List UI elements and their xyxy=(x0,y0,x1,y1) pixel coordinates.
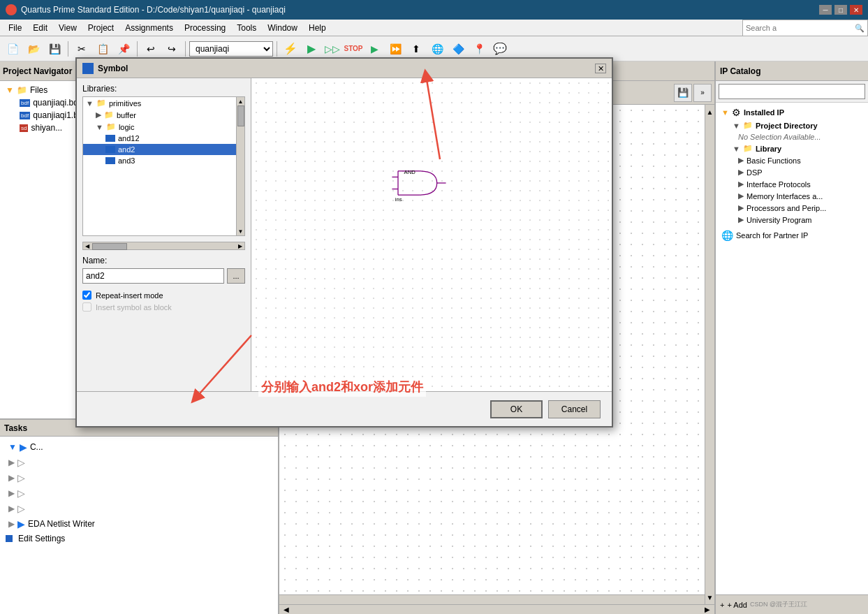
undo-button[interactable]: ↩ xyxy=(141,39,161,59)
symbol-dialog: Symbol ✕ Libraries: ▼ 📁 primitives ▶ xyxy=(75,57,613,427)
lib-and12[interactable]: and12 xyxy=(83,133,236,144)
minimize-button[interactable]: ─ xyxy=(819,5,832,15)
maximize-button[interactable]: □ xyxy=(834,5,847,15)
ip-processors-label: Processors and Perip... xyxy=(746,204,826,212)
ip-memory[interactable]: ▶ Memory Interfaces a... xyxy=(735,190,865,202)
and2-gate-svg: AND ins xyxy=(391,162,447,204)
scroll-up-button[interactable]: ▲ xyxy=(705,105,714,119)
toolbar-separator-1 xyxy=(68,41,68,57)
lib-and3[interactable]: and3 xyxy=(83,155,236,166)
ip-basic[interactable]: ▶ Basic Functions xyxy=(735,154,865,166)
rtl-button[interactable]: 🔷 xyxy=(448,39,468,59)
lib-scroll-thumb[interactable] xyxy=(237,105,244,126)
global-bottom-scroll[interactable]: ◀ ▶ xyxy=(279,604,714,614)
ip-project-dir[interactable]: ▼ 📁 Project Directory xyxy=(730,119,865,131)
cancel-button[interactable]: Cancel xyxy=(548,400,601,418)
project-dropdown[interactable]: quanjiaqi xyxy=(189,41,273,57)
ip-expand-university: ▶ xyxy=(738,215,744,224)
lib-horiz-scroll[interactable]: ◀ ▶ xyxy=(82,242,245,250)
menu-processing[interactable]: Processing xyxy=(179,22,231,34)
copy-button[interactable]: 📋 xyxy=(93,39,112,59)
lib-logic[interactable]: ▼ 📁 logic xyxy=(83,121,236,133)
scroll-left-button[interactable]: ◀ xyxy=(279,605,293,614)
dialog-icon xyxy=(82,63,94,74)
task-edit-settings[interactable]: Edit Settings xyxy=(3,532,275,546)
ip-installed[interactable]: ▼ ⚙ Installed IP xyxy=(719,105,865,119)
lib-scroll-left[interactable]: ◀ xyxy=(83,242,91,249)
ip-dsp[interactable]: ▶ DSP xyxy=(735,166,865,178)
scroll-right-button[interactable]: ▶ xyxy=(700,605,714,614)
info-button[interactable]: 💬 xyxy=(490,39,510,59)
ip-expand-project: ▼ xyxy=(733,122,740,130)
dialog-body: Libraries: ▼ 📁 primitives ▶ 📁 buffer xyxy=(77,78,612,391)
dialog-close-button[interactable]: ✕ xyxy=(595,64,606,73)
task-item-3[interactable]: ▶ ▷ xyxy=(3,470,275,485)
open-button[interactable]: 📂 xyxy=(24,39,43,59)
dialog-title-bar: Symbol ✕ xyxy=(77,59,612,78)
lib-horiz-thumb[interactable] xyxy=(92,243,127,250)
cut-button[interactable]: ✂ xyxy=(72,39,91,59)
menu-window[interactable]: Window xyxy=(262,22,303,34)
close-button[interactable]: ✕ xyxy=(850,5,862,15)
ip-interface[interactable]: ▶ Interface Protocols xyxy=(735,178,865,190)
horizontal-scrollbar[interactable] xyxy=(279,594,705,604)
lib-folder-logic: 📁 xyxy=(106,122,116,131)
top-search-input[interactable] xyxy=(746,24,855,32)
task-item-1[interactable]: ▼ ▶ C... xyxy=(3,439,275,455)
menu-project[interactable]: Project xyxy=(82,22,119,34)
stop-button[interactable]: STOP xyxy=(344,39,363,59)
ip-folder-installed: ⚙ xyxy=(732,107,741,118)
dialog-preview: AND ins xyxy=(251,78,612,391)
new-button[interactable]: 📄 xyxy=(3,39,22,59)
lib-scroll-down[interactable]: ▼ xyxy=(237,227,244,235)
menu-file[interactable]: File xyxy=(3,22,27,34)
ip-add-button[interactable]: + + Add CSDN @混子王江江 xyxy=(716,594,868,614)
compile-button[interactable]: ⚡ xyxy=(281,39,300,59)
play-button[interactable]: ▶ xyxy=(365,39,384,59)
ip-university[interactable]: ▶ University Program xyxy=(735,214,865,226)
vertical-scrollbar[interactable]: ▲ ▼ xyxy=(705,105,714,604)
name-input[interactable] xyxy=(82,268,224,284)
fast-forward-button[interactable]: ⏩ xyxy=(385,39,405,59)
ok-button[interactable]: OK xyxy=(490,400,543,418)
lib-buffer[interactable]: ▶ 📁 buffer xyxy=(83,109,236,121)
lib-chip-and2 xyxy=(105,146,115,153)
start-button[interactable]: ▶ xyxy=(302,39,321,59)
task-item-4[interactable]: ▶ ▷ xyxy=(3,485,275,501)
menu-help[interactable]: Help xyxy=(303,22,332,34)
name-browse-button[interactable]: ... xyxy=(227,268,245,284)
pin-button[interactable]: 📍 xyxy=(469,39,489,59)
lib-scroll-right[interactable]: ▶ xyxy=(236,242,244,249)
app-icon xyxy=(6,4,17,15)
ip-footer-label: + Add xyxy=(727,601,746,609)
upload-button[interactable]: ⬆ xyxy=(406,39,426,59)
scroll-down-button[interactable]: ▼ xyxy=(705,590,714,604)
menu-view[interactable]: View xyxy=(53,22,82,34)
ip-expand-basic: ▶ xyxy=(738,156,744,165)
network-button[interactable]: 🌐 xyxy=(427,39,447,59)
task-item-2[interactable]: ▶ ▷ xyxy=(3,455,275,470)
lib-tree-scrollbar[interactable]: ▲ ▼ xyxy=(236,97,244,235)
tasks-panel: Tasks ▼ ▶ C... ▶ ▷ ▶ ▷ ▶ ▷ xyxy=(0,418,278,614)
task-item-5[interactable]: ▶ ▷ xyxy=(3,501,275,516)
menu-edit[interactable]: Edit xyxy=(27,22,53,34)
ip-search-input[interactable] xyxy=(719,84,865,99)
menu-tools[interactable]: Tools xyxy=(231,22,262,34)
save-view-button[interactable]: 💾 xyxy=(674,84,692,102)
ip-search-partner[interactable]: 🌐 Search for Partner IP xyxy=(719,228,865,242)
save-button[interactable]: 💾 xyxy=(45,39,64,59)
lib-primitives[interactable]: ▼ 📁 primitives xyxy=(83,97,236,109)
lib-scroll-up[interactable]: ▲ xyxy=(237,97,244,105)
insert-block-checkbox[interactable] xyxy=(82,302,91,312)
more-right[interactable]: » xyxy=(693,84,712,102)
menu-assignments[interactable]: Assignments xyxy=(119,22,179,34)
ip-library[interactable]: ▼ 📁 Library xyxy=(730,142,865,154)
paste-button[interactable]: 📌 xyxy=(114,39,133,59)
task-eda-netlist[interactable]: ▶ ▶ EDA Netlist Writer xyxy=(3,516,275,532)
ip-processors[interactable]: ▶ Processors and Perip... xyxy=(735,202,865,214)
lib-and2[interactable]: and2 xyxy=(83,144,236,155)
top-search-bar: 🔍 xyxy=(742,20,868,36)
repeat-insert-checkbox[interactable] xyxy=(82,291,91,300)
run-button[interactable]: ▷▷ xyxy=(323,39,342,59)
redo-button[interactable]: ↪ xyxy=(162,39,182,59)
